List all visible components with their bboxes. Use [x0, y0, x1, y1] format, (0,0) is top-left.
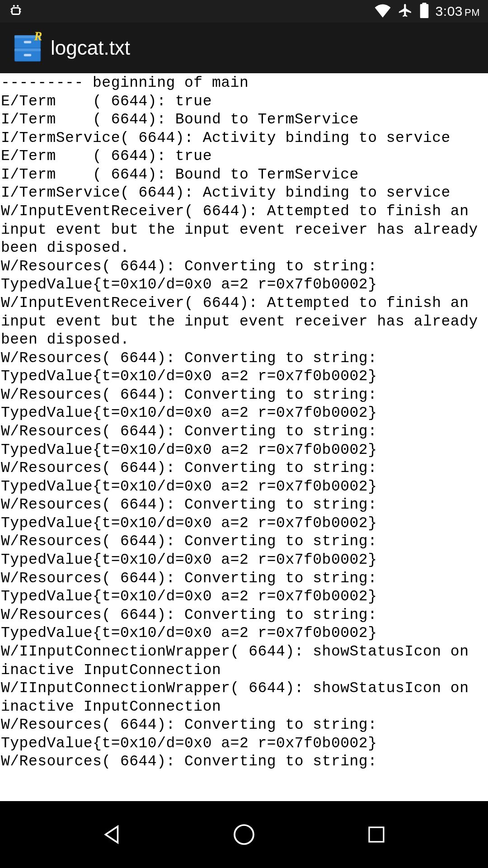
time-ampm: PM — [465, 7, 480, 18]
app-icon[interactable]: R — [14, 32, 42, 64]
app-bar: R logcat.txt — [0, 23, 488, 73]
back-button[interactable] — [96, 819, 127, 850]
status-right: 3:03PM — [374, 3, 480, 20]
svg-rect-0 — [12, 8, 20, 14]
app-title: logcat.txt — [51, 37, 130, 59]
log-content[interactable]: --------- beginning of main E/Term ( 664… — [0, 73, 488, 801]
battery-icon — [419, 3, 429, 20]
svg-rect-17 — [369, 827, 384, 842]
status-time: 3:03PM — [436, 4, 480, 19]
svg-point-1 — [13, 5, 15, 7]
svg-text:R: R — [33, 32, 42, 43]
svg-rect-12 — [14, 48, 41, 51]
svg-rect-13 — [24, 41, 31, 43]
status-bar: 3:03PM — [0, 0, 488, 23]
wifi-icon — [374, 3, 391, 19]
svg-point-2 — [17, 5, 19, 7]
airplane-icon — [398, 3, 413, 20]
svg-rect-8 — [422, 3, 426, 5]
svg-rect-7 — [420, 4, 428, 18]
recent-apps-button[interactable] — [361, 819, 392, 850]
svg-rect-14 — [24, 54, 31, 56]
time-value: 3:03 — [436, 4, 463, 19]
home-button[interactable] — [228, 819, 260, 850]
debug-icon — [8, 3, 23, 20]
svg-point-16 — [235, 825, 253, 844]
status-left — [8, 3, 23, 20]
navigation-bar — [0, 801, 488, 868]
